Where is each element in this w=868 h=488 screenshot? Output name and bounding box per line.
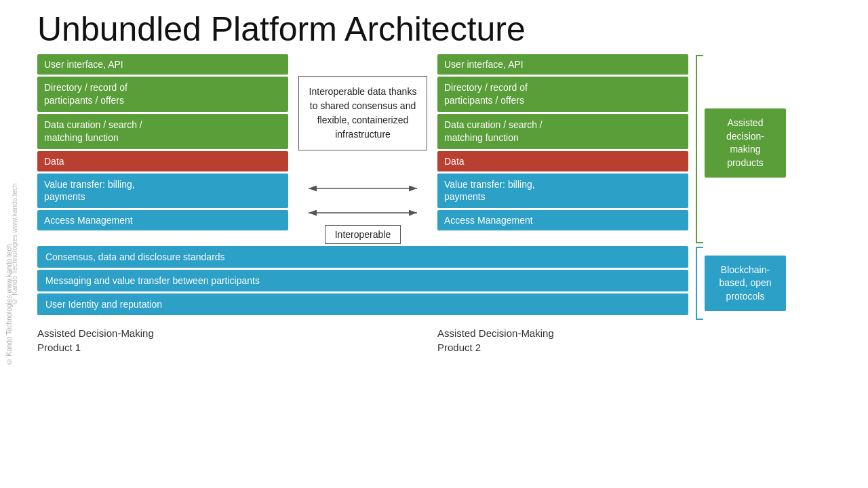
- center-column: Interoperable data thanks to shared cons…: [288, 54, 437, 244]
- page-title: Unbundled Platform Architecture: [0, 0, 868, 54]
- left-row-datacuration: Data curation / search /matching functio…: [37, 114, 288, 149]
- right-row-directory: Directory / record ofparticipants / offe…: [437, 77, 688, 112]
- bottom-row-identity: User Identity and reputation: [37, 293, 688, 315]
- interop-label: Interoperable: [325, 225, 401, 244]
- right-row-data: Data: [437, 151, 688, 171]
- right-row-valuetransfer: Value transfer: billing,payments: [437, 174, 688, 209]
- green-bracket: [692, 54, 705, 244]
- right-side-blue: Blockchain-based, open protocols: [692, 246, 786, 321]
- right-column: User interface, API Directory / record o…: [437, 54, 688, 244]
- side-box-green: Assisted decision-making products: [705, 108, 786, 178]
- interop-box: Interoperable data thanks to shared cons…: [298, 76, 427, 150]
- left-row-access: Access Management: [37, 210, 288, 230]
- left-row-ui: User interface, API: [37, 54, 288, 75]
- left-row-data: Data: [37, 151, 288, 171]
- left-row-valuetransfer: Value transfer: billing,payments: [37, 174, 288, 209]
- bottom-row-consensus: Consensus, data and disclosure standards: [37, 246, 688, 268]
- right-row-datacuration: Data curation / search /matching functio…: [437, 114, 688, 149]
- side-box-blue: Blockchain-based, open protocols: [705, 256, 786, 312]
- left-column: User interface, API Directory / record o…: [37, 54, 288, 244]
- right-row-ui: User interface, API: [437, 54, 688, 75]
- right-side-green: Assisted decision-making products: [692, 54, 786, 244]
- interop-arrow: [298, 203, 427, 222]
- footer-label-left: Assisted Decision-MakingProduct 1: [37, 326, 288, 354]
- right-row-access: Access Management: [437, 210, 688, 230]
- footer-label-right: Assisted Decision-MakingProduct 2: [437, 326, 688, 354]
- bottom-row-messaging: Messaging and value transfer between par…: [37, 270, 688, 291]
- footer: Assisted Decision-MakingProduct 1 Assist…: [0, 321, 868, 354]
- left-row-directory: Directory / record ofparticipants / offe…: [37, 77, 288, 112]
- blue-bracket: [692, 246, 705, 321]
- data-arrow: [298, 179, 427, 198]
- bottom-rows: Consensus, data and disclosure standards…: [37, 246, 688, 315]
